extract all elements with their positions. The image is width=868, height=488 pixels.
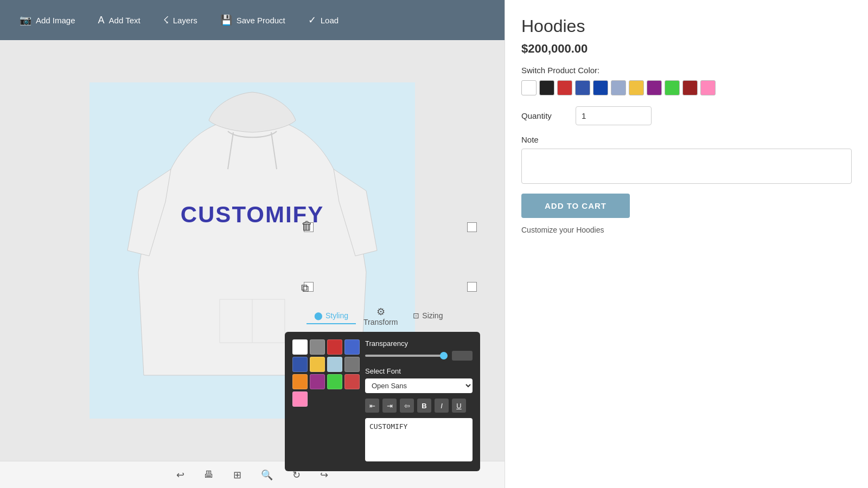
tab-styling[interactable]: ⬤ Styling	[307, 308, 356, 324]
left-panel: 📷 Add Image A Add Text ☇ Layers 💾 Save P…	[0, 0, 505, 488]
styling-color-swatch[interactable]	[292, 357, 308, 372]
product-color-swatch[interactable]	[682, 80, 698, 95]
styling-color-swatch[interactable]	[327, 339, 342, 355]
toolbar: 📷 Add Image A Add Text ☇ Layers 💾 Save P…	[0, 0, 505, 40]
quantity-row: Quantity	[521, 106, 852, 125]
popup-body: Transparency 100 Select Font Open SansAr…	[292, 339, 473, 464]
add-image-label: Add Image	[36, 16, 75, 25]
print-button[interactable]: 🖶	[200, 467, 218, 483]
select-font-label: Select Font	[365, 367, 473, 375]
customize-text: Customize your Hoodies	[521, 226, 852, 234]
layers-label: Layers	[173, 16, 197, 25]
save-icon: 💾	[220, 14, 232, 26]
quantity-input[interactable]	[576, 106, 652, 125]
add-text-button[interactable]: A Add Text	[90, 10, 149, 30]
product-color-swatch[interactable]	[521, 80, 537, 95]
product-color-swatch[interactable]	[539, 80, 554, 95]
popup-color-section	[292, 339, 358, 464]
add-image-button[interactable]: 📷 Add Image	[11, 10, 84, 30]
quantity-label: Quantity	[521, 111, 565, 120]
delete-icon[interactable]: 🗑	[301, 219, 313, 233]
underline-button[interactable]: U	[452, 399, 466, 413]
grid-button[interactable]: ⊞	[229, 467, 246, 483]
bold-button[interactable]: B	[417, 399, 431, 413]
color-grid	[292, 339, 358, 407]
text-icon: A	[98, 15, 105, 26]
tab-transform-label: Transform	[363, 318, 398, 326]
load-button[interactable]: ✓ Load	[299, 10, 347, 30]
add-to-cart-button[interactable]: ADD TO CART	[521, 194, 630, 218]
undo-button[interactable]: ↩	[172, 467, 189, 483]
product-color-swatch[interactable]	[700, 80, 716, 95]
popup-right: Transparency 100 Select Font Open SansAr…	[358, 339, 473, 464]
color-label: Switch Product Color:	[521, 66, 852, 75]
styling-color-swatch[interactable]	[292, 374, 308, 389]
styling-color-swatch[interactable]	[327, 357, 342, 372]
product-color-swatch[interactable]	[557, 80, 572, 95]
product-color-swatch[interactable]	[629, 80, 644, 95]
align-right-button[interactable]: ⇦	[400, 399, 414, 413]
save-product-button[interactable]: 💾 Save Product	[212, 10, 294, 30]
product-price: $200,000.00	[521, 42, 852, 56]
check-icon: ✓	[308, 14, 316, 26]
product-color-swatch[interactable]	[593, 80, 608, 95]
camera-icon: 📷	[20, 14, 31, 26]
styling-color-swatch[interactable]	[310, 357, 325, 372]
product-title: Hoodies	[521, 16, 852, 36]
styling-color-swatch[interactable]	[292, 339, 308, 355]
align-left-button[interactable]: ⇤	[365, 399, 379, 413]
duplicate-icon[interactable]: ⧉	[301, 282, 309, 294]
transparency-slider[interactable]	[365, 355, 448, 357]
right-panel: Hoodies $200,000.00 Switch Product Color…	[505, 0, 868, 488]
canvas-area: CUSTOMIFY 🗑 ⧉ ⬤ Styling ⚙	[0, 40, 505, 461]
styling-icon: ⬤	[314, 311, 323, 320]
styling-tabs: ⬤ Styling ⚙ Transform ⊡ Sizing	[307, 304, 450, 329]
note-label: Note	[521, 135, 852, 144]
tab-styling-label: Styling	[326, 311, 348, 320]
styling-color-swatch[interactable]	[292, 391, 308, 407]
product-color-swatch[interactable]	[647, 80, 662, 95]
align-center-button[interactable]: ⇥	[382, 399, 397, 413]
tab-sizing-label: Sizing	[422, 311, 443, 320]
layers-icon: ☇	[163, 14, 169, 26]
add-text-label: Add Text	[109, 16, 141, 25]
handle-br[interactable]	[467, 282, 477, 292]
styling-color-swatch[interactable]	[310, 374, 325, 389]
product-color-swatch[interactable]	[575, 80, 590, 95]
tab-sizing[interactable]: ⊡ Sizing	[405, 308, 450, 324]
transparency-row: 100	[365, 351, 473, 361]
product-color-swatch[interactable]	[665, 80, 680, 95]
note-textarea[interactable]	[521, 149, 852, 184]
gear-icon: ⚙	[376, 306, 385, 318]
transparency-value-input[interactable]: 100	[452, 351, 473, 361]
handle-tr[interactable]	[467, 222, 477, 232]
product-color-swatch[interactable]	[611, 80, 626, 95]
styling-color-swatch[interactable]	[327, 374, 342, 389]
transparency-label: Transparency	[365, 339, 473, 348]
tab-transform[interactable]: ⚙ Transform	[356, 304, 405, 329]
text-content-area[interactable]	[365, 418, 473, 461]
load-label: Load	[321, 16, 339, 25]
save-product-label: Save Product	[237, 16, 285, 25]
styling-color-swatch[interactable]	[310, 339, 325, 355]
product-colors	[521, 80, 852, 95]
zoom-button[interactable]: 🔍	[257, 467, 277, 483]
canvas-wrapper: CUSTOMIFY 🗑 ⧉ ⬤ Styling ⚙	[90, 82, 415, 419]
italic-button[interactable]: I	[435, 399, 449, 413]
text-format-row: ⇤ ⇥ ⇦ B I U	[365, 399, 473, 413]
font-select[interactable]: Open SansArialRobotoTimes New RomanGeorg…	[365, 378, 473, 393]
styling-popup: Transparency 100 Select Font Open SansAr…	[285, 332, 480, 471]
layers-button[interactable]: ☇ Layers	[155, 10, 206, 30]
sizing-icon: ⊡	[413, 311, 419, 320]
